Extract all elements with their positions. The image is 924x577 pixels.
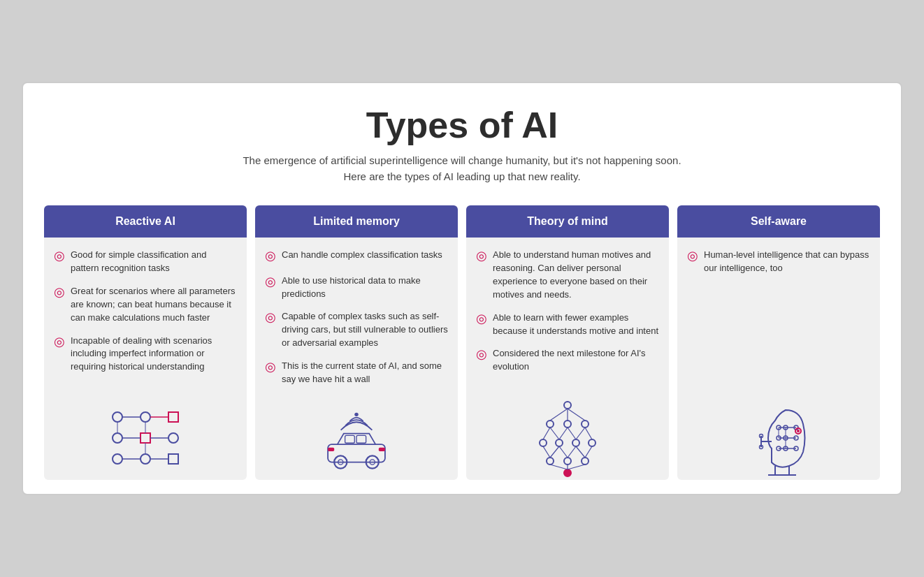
svg-line-53: [576, 446, 585, 458]
main-card: Types of AI The emergence of artificial …: [22, 82, 902, 495]
list-item: ◎ Great for scenarios where all paramete…: [54, 285, 237, 325]
svg-line-49: [543, 446, 550, 458]
bullet-icon: ◎: [476, 311, 487, 327]
bullet-icon: ◎: [54, 248, 65, 264]
svg-line-48: [585, 428, 592, 439]
svg-point-35: [589, 439, 595, 446]
page-title: Types of AI: [44, 104, 880, 146]
column-header-self-aware: Self-aware: [677, 205, 880, 238]
bullet-icon: ◎: [265, 274, 276, 290]
bullet-icon: ◎: [54, 284, 65, 300]
svg-line-46: [568, 428, 576, 439]
svg-line-43: [543, 428, 550, 439]
svg-rect-6: [168, 412, 178, 422]
subtitle: The emergence of artificial superintelli…: [44, 153, 880, 184]
svg-rect-20: [345, 435, 355, 443]
svg-point-34: [572, 439, 579, 446]
list-item: ◎ Incapable of dealing with scenarios in…: [54, 335, 237, 374]
svg-rect-21: [356, 435, 366, 443]
list-item: ◎ Considered the next milestone for AI's…: [476, 347, 659, 374]
svg-line-52: [568, 446, 576, 458]
reactive-illustration: [44, 396, 247, 480]
svg-point-2: [113, 454, 122, 464]
svg-point-30: [564, 421, 571, 428]
svg-point-18: [354, 412, 358, 416]
column-header-reactive: Reactive AI: [44, 205, 247, 238]
bullet-icon: ◎: [54, 334, 65, 350]
column-body-limited-memory: ◎ Can handle complex classification task…: [255, 238, 458, 395]
svg-line-42: [568, 409, 585, 421]
bullet-icon: ◎: [687, 248, 698, 264]
svg-point-3: [140, 412, 150, 422]
svg-line-54: [585, 446, 592, 458]
bullet-icon: ◎: [476, 248, 487, 264]
list-item: ◎ Good for simple classification and pat…: [54, 249, 237, 275]
svg-point-0: [113, 412, 122, 422]
svg-rect-8: [168, 454, 178, 464]
bullet-icon: ◎: [265, 248, 276, 264]
svg-line-47: [576, 428, 585, 439]
column-body-reactive: ◎ Good for simple classification and pat…: [44, 238, 247, 395]
svg-rect-27: [379, 447, 385, 451]
svg-point-37: [564, 458, 571, 465]
column-theory-of-mind: Theory of mind ◎ Able to understand huma…: [466, 205, 669, 479]
bullet-icon: ◎: [476, 346, 487, 363]
column-limited-memory: Limited memory ◎ Can handle complex clas…: [255, 205, 458, 479]
svg-rect-26: [328, 447, 334, 451]
list-item: ◎ Capable of complex tasks such as self-…: [265, 310, 448, 350]
svg-line-45: [559, 428, 568, 439]
column-body-theory-of-mind: ◎ Able to understand human motives and r…: [466, 238, 669, 395]
svg-line-55: [550, 465, 568, 469]
list-item: ◎ Can handle complex classification task…: [265, 249, 448, 264]
svg-line-51: [559, 446, 568, 458]
svg-point-36: [547, 458, 554, 465]
svg-point-1: [113, 433, 122, 443]
svg-line-40: [550, 409, 568, 421]
svg-point-39: [564, 469, 571, 476]
theory-of-mind-illustration: [466, 396, 669, 480]
limited-memory-illustration: [255, 396, 458, 480]
column-body-self-aware: ◎ Human-level intelligence that can bypa…: [677, 238, 880, 395]
svg-line-44: [550, 428, 559, 439]
page-header: Types of AI The emergence of artificial …: [44, 104, 880, 184]
svg-rect-19: [328, 444, 385, 462]
ai-types-grid: Reactive AI ◎ Good for simple classifica…: [44, 205, 880, 479]
svg-point-28: [564, 402, 571, 409]
svg-rect-4: [140, 433, 150, 443]
svg-point-29: [547, 421, 554, 428]
list-item: ◎ Able to understand human motives and r…: [476, 249, 659, 301]
column-header-theory-of-mind: Theory of mind: [466, 205, 669, 238]
svg-line-50: [550, 446, 559, 458]
column-self-aware: Self-aware ◎ Human-level intelligence th…: [677, 205, 880, 479]
list-item: ◎ Able to learn with fewer examples beca…: [476, 312, 659, 338]
list-item: ◎ Human-level intelligence that can bypa…: [687, 249, 870, 275]
bullet-icon: ◎: [265, 359, 276, 375]
svg-point-7: [168, 433, 178, 443]
svg-point-38: [582, 458, 589, 465]
self-aware-illustration: [677, 396, 880, 480]
svg-line-57: [568, 465, 585, 469]
svg-point-31: [582, 421, 589, 428]
list-item: ◎ This is the current state of AI, and s…: [265, 360, 448, 386]
list-item: ◎ Able to use historical data to make pr…: [265, 275, 448, 301]
column-header-limited-memory: Limited memory: [255, 205, 458, 238]
svg-point-76: [797, 430, 800, 432]
svg-point-5: [140, 454, 150, 464]
svg-point-33: [556, 439, 563, 446]
bullet-icon: ◎: [265, 309, 276, 326]
svg-point-32: [540, 439, 547, 446]
column-reactive: Reactive AI ◎ Good for simple classifica…: [44, 205, 247, 479]
